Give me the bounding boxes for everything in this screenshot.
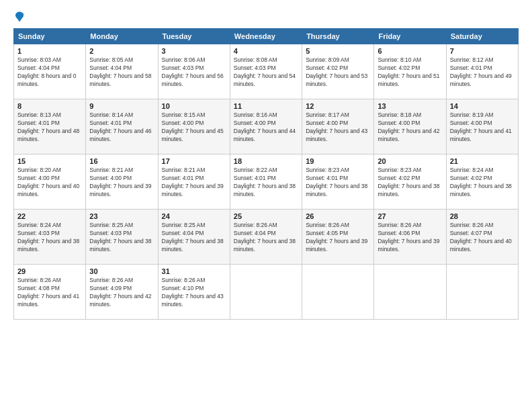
calendar-cell: 29 Sunrise: 8:26 AM Sunset: 4:08 PM Dayl… xyxy=(14,265,86,320)
sunset: Sunset: 4:01 PM xyxy=(17,120,82,128)
day-number: 9 xyxy=(89,102,154,110)
sunset: Sunset: 4:05 PM xyxy=(306,230,370,238)
sunset: Sunset: 4:04 PM xyxy=(17,64,82,73)
daylight: Daylight: 7 hours and 43 minutes. xyxy=(162,293,226,309)
calendar-cell xyxy=(446,265,518,320)
sunset: Sunset: 4:04 PM xyxy=(89,64,154,73)
sunset: Sunset: 4:04 PM xyxy=(234,230,298,238)
sunrise: Sunrise: 8:26 AM xyxy=(450,222,515,230)
daylight: Daylight: 7 hours and 40 minutes. xyxy=(17,183,82,199)
calendar-cell: 26 Sunrise: 8:26 AM Sunset: 4:05 PM Dayl… xyxy=(302,210,374,265)
sunset: Sunset: 4:10 PM xyxy=(162,285,226,293)
sunset: Sunset: 4:03 PM xyxy=(234,64,298,73)
column-header-wednesday: Wednesday xyxy=(230,29,302,44)
logo xyxy=(13,11,27,23)
sunset: Sunset: 4:00 PM xyxy=(162,120,226,128)
day-number: 14 xyxy=(450,102,515,110)
sunrise: Sunrise: 8:09 AM xyxy=(306,56,370,64)
sunrise: Sunrise: 8:03 AM xyxy=(17,56,82,64)
day-number: 17 xyxy=(162,157,226,165)
day-info: Sunrise: 8:18 AM Sunset: 4:00 PM Dayligh… xyxy=(378,111,442,144)
calendar-cell: 13 Sunrise: 8:18 AM Sunset: 4:00 PM Dayl… xyxy=(374,99,446,154)
calendar-cell: 4 Sunrise: 8:08 AM Sunset: 4:03 PM Dayli… xyxy=(230,44,302,99)
sunset: Sunset: 4:03 PM xyxy=(89,230,154,238)
day-info: Sunrise: 8:23 AM Sunset: 4:01 PM Dayligh… xyxy=(306,167,370,199)
daylight: Daylight: 7 hours and 38 minutes. xyxy=(162,238,226,254)
sunrise: Sunrise: 8:26 AM xyxy=(234,222,298,230)
day-info: Sunrise: 8:08 AM Sunset: 4:03 PM Dayligh… xyxy=(234,56,298,89)
daylight: Daylight: 7 hours and 38 minutes. xyxy=(17,238,82,254)
page: SundayMondayTuesdayWednesdayThursdayFrid… xyxy=(0,0,532,411)
sunset: Sunset: 4:01 PM xyxy=(450,64,515,73)
day-number: 7 xyxy=(450,47,515,55)
sunrise: Sunrise: 8:26 AM xyxy=(162,277,226,285)
calendar-cell: 23 Sunrise: 8:25 AM Sunset: 4:03 PM Dayl… xyxy=(86,210,158,265)
sunset: Sunset: 4:00 PM xyxy=(378,120,442,128)
calendar-cell: 8 Sunrise: 8:13 AM Sunset: 4:01 PM Dayli… xyxy=(14,99,86,154)
day-number: 3 xyxy=(162,47,226,55)
sunrise: Sunrise: 8:26 AM xyxy=(306,222,370,230)
daylight: Daylight: 7 hours and 40 minutes. xyxy=(450,238,515,254)
sunset: Sunset: 4:00 PM xyxy=(234,120,298,128)
sunrise: Sunrise: 8:17 AM xyxy=(306,111,370,120)
day-number: 29 xyxy=(17,267,82,275)
day-info: Sunrise: 8:26 AM Sunset: 4:05 PM Dayligh… xyxy=(306,222,370,254)
day-number: 16 xyxy=(89,157,154,165)
day-number: 30 xyxy=(89,267,154,275)
calendar-week-5: 29 Sunrise: 8:26 AM Sunset: 4:08 PM Dayl… xyxy=(14,265,519,320)
day-info: Sunrise: 8:26 AM Sunset: 4:08 PM Dayligh… xyxy=(17,277,82,309)
sunset: Sunset: 4:02 PM xyxy=(378,64,442,73)
calendar-cell: 10 Sunrise: 8:15 AM Sunset: 4:00 PM Dayl… xyxy=(158,99,230,154)
sunrise: Sunrise: 8:26 AM xyxy=(17,277,82,285)
day-number: 15 xyxy=(17,157,82,165)
daylight: Daylight: 7 hours and 56 minutes. xyxy=(162,73,226,89)
day-number: 11 xyxy=(234,102,298,110)
calendar-cell: 15 Sunrise: 8:20 AM Sunset: 4:00 PM Dayl… xyxy=(14,154,86,210)
day-info: Sunrise: 8:05 AM Sunset: 4:04 PM Dayligh… xyxy=(89,56,154,89)
daylight: Daylight: 7 hours and 48 minutes. xyxy=(17,128,82,144)
day-info: Sunrise: 8:19 AM Sunset: 4:00 PM Dayligh… xyxy=(450,111,515,144)
day-info: Sunrise: 8:10 AM Sunset: 4:02 PM Dayligh… xyxy=(378,56,442,89)
daylight: Daylight: 7 hours and 49 minutes. xyxy=(450,73,515,89)
day-info: Sunrise: 8:26 AM Sunset: 4:10 PM Dayligh… xyxy=(162,277,226,309)
calendar-cell: 2 Sunrise: 8:05 AM Sunset: 4:04 PM Dayli… xyxy=(86,44,158,99)
day-number: 13 xyxy=(378,102,442,110)
calendar-header-row: SundayMondayTuesdayWednesdayThursdayFrid… xyxy=(14,29,519,44)
sunset: Sunset: 4:08 PM xyxy=(17,285,82,293)
sunrise: Sunrise: 8:24 AM xyxy=(450,167,515,175)
calendar-cell xyxy=(374,265,446,320)
sunset: Sunset: 4:02 PM xyxy=(378,175,442,183)
calendar-cell: 6 Sunrise: 8:10 AM Sunset: 4:02 PM Dayli… xyxy=(374,44,446,99)
calendar-cell xyxy=(230,265,302,320)
calendar-cell: 12 Sunrise: 8:17 AM Sunset: 4:00 PM Dayl… xyxy=(302,99,374,154)
sunrise: Sunrise: 8:23 AM xyxy=(378,167,442,175)
day-number: 2 xyxy=(89,47,154,55)
calendar-cell: 3 Sunrise: 8:06 AM Sunset: 4:03 PM Dayli… xyxy=(158,44,230,99)
sunset: Sunset: 4:09 PM xyxy=(89,285,154,293)
day-info: Sunrise: 8:26 AM Sunset: 4:07 PM Dayligh… xyxy=(450,222,515,254)
sunset: Sunset: 4:00 PM xyxy=(450,120,515,128)
daylight: Daylight: 7 hours and 41 minutes. xyxy=(450,128,515,144)
sunrise: Sunrise: 8:16 AM xyxy=(234,111,298,120)
sunset: Sunset: 4:04 PM xyxy=(162,230,226,238)
day-info: Sunrise: 8:21 AM Sunset: 4:00 PM Dayligh… xyxy=(89,167,154,199)
day-info: Sunrise: 8:14 AM Sunset: 4:01 PM Dayligh… xyxy=(89,111,154,144)
sunrise: Sunrise: 8:08 AM xyxy=(234,56,298,64)
calendar-cell: 30 Sunrise: 8:26 AM Sunset: 4:09 PM Dayl… xyxy=(86,265,158,320)
sunrise: Sunrise: 8:26 AM xyxy=(378,222,442,230)
day-number: 8 xyxy=(17,102,82,110)
day-info: Sunrise: 8:20 AM Sunset: 4:00 PM Dayligh… xyxy=(17,167,82,199)
day-number: 12 xyxy=(306,102,370,110)
day-number: 4 xyxy=(234,47,298,55)
day-number: 25 xyxy=(234,212,298,220)
daylight: Daylight: 7 hours and 38 minutes. xyxy=(234,238,298,254)
day-number: 18 xyxy=(234,157,298,165)
sunset: Sunset: 4:03 PM xyxy=(17,230,82,238)
sunset: Sunset: 4:06 PM xyxy=(378,230,442,238)
daylight: Daylight: 7 hours and 38 minutes. xyxy=(378,183,442,199)
column-header-sunday: Sunday xyxy=(14,29,86,44)
daylight: Daylight: 7 hours and 38 minutes. xyxy=(306,183,370,199)
day-info: Sunrise: 8:22 AM Sunset: 4:01 PM Dayligh… xyxy=(234,167,298,199)
column-header-saturday: Saturday xyxy=(446,29,518,44)
day-number: 28 xyxy=(450,212,515,220)
